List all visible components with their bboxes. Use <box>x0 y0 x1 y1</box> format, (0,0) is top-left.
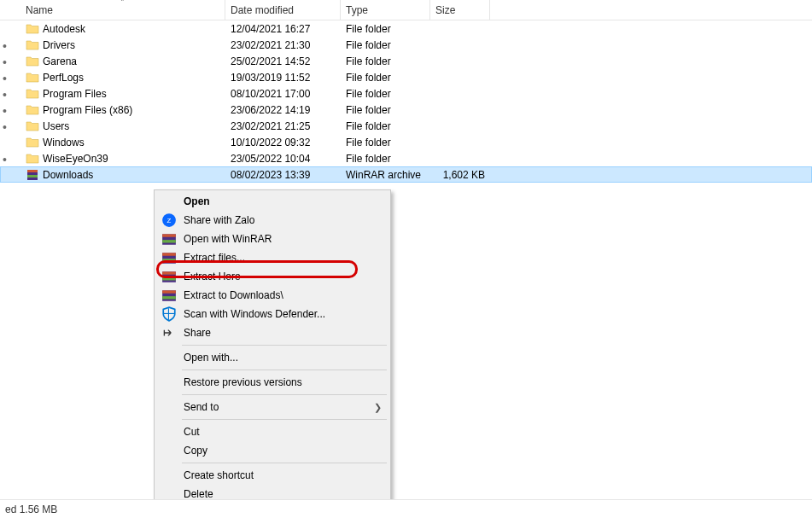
cell-date: 23/05/2022 10:04 <box>225 153 341 165</box>
context-share-zalo-label: Share with Zalo <box>184 214 254 226</box>
cell-type: File folder <box>341 120 430 132</box>
column-header-date[interactable]: Date modified <box>225 0 341 20</box>
context-extract-here[interactable]: Extract Here <box>156 267 388 286</box>
svg-rect-7 <box>162 240 176 242</box>
folder-icon <box>26 71 39 84</box>
file-name-label: Windows <box>43 137 85 148</box>
svg-rect-9 <box>162 253 176 255</box>
winrar-icon <box>161 288 177 303</box>
rar-archive-icon <box>26 168 39 182</box>
context-separator <box>182 419 387 420</box>
file-row[interactable]: •Garena25/02/2021 14:52File folder <box>0 53 812 69</box>
svg-rect-18 <box>163 313 175 314</box>
context-scan-defender[interactable]: Scan with Windows Defender... <box>156 305 388 323</box>
context-open-winrar-label: Open with WinRAR <box>184 233 272 245</box>
context-extract-files-label: Extract files... <box>184 252 245 264</box>
context-separator <box>182 370 387 370</box>
cell-name: Users <box>20 119 225 133</box>
cell-type: File folder <box>341 88 430 100</box>
file-name-label: Drivers <box>43 39 75 51</box>
cell-type: File folder <box>341 104 430 116</box>
folder-icon <box>26 119 39 133</box>
cell-date: 08/10/2021 17:00 <box>225 88 341 100</box>
context-separator <box>182 394 387 395</box>
defender-icon <box>161 306 177 322</box>
context-separator <box>182 345 387 346</box>
svg-text:Z: Z <box>167 217 172 224</box>
context-copy[interactable]: Copy <box>156 441 388 460</box>
cell-name: WiseEyeOn39 <box>20 152 225 166</box>
file-row[interactable]: •Users23/02/2021 21:25File folder <box>0 118 812 134</box>
context-open-with[interactable]: Open with... <box>156 348 388 367</box>
svg-rect-15 <box>162 290 176 293</box>
folder-icon <box>26 152 39 166</box>
context-create-shortcut-label: Create shortcut <box>184 469 254 481</box>
context-send-to[interactable]: Send to ❯ <box>156 398 388 416</box>
file-row[interactable]: •Program Files (x86)23/06/2022 14:19File… <box>0 102 812 118</box>
svg-rect-13 <box>162 277 176 280</box>
context-share-zalo[interactable]: Z Share with Zalo <box>156 211 388 230</box>
pin-icon: • <box>3 39 13 49</box>
context-extract-to[interactable]: Extract to Downloads\ <box>156 286 388 305</box>
file-name-label: Garena <box>43 55 77 67</box>
file-name-label: Program Files <box>43 88 107 100</box>
column-header-size-label: Size <box>435 4 455 16</box>
context-send-to-label: Send to <box>184 401 219 413</box>
folder-icon <box>26 38 39 52</box>
svg-rect-16 <box>162 296 176 299</box>
column-header-row: Name ˄ Date modified Type Size <box>0 0 812 20</box>
file-row[interactable]: •Program Files08/10/2021 17:00File folde… <box>0 85 812 102</box>
context-create-shortcut[interactable]: Create shortcut <box>156 466 388 485</box>
cell-size: 1,602 KB <box>430 169 490 181</box>
file-name-label: Downloads <box>43 169 93 181</box>
column-header-date-label: Date modified <box>231 4 294 16</box>
cell-type: File folder <box>341 72 430 84</box>
context-extract-here-label: Extract Here <box>184 271 241 282</box>
context-restore-prev[interactable]: Restore previous versions <box>156 373 388 392</box>
context-extract-files[interactable]: Extract files... <box>156 248 388 267</box>
column-header-type[interactable]: Type <box>341 0 430 20</box>
cell-name: Program Files (x86) <box>20 103 225 117</box>
pin-icon: • <box>3 88 13 98</box>
pin-icon: • <box>3 72 13 82</box>
column-header-size[interactable]: Size <box>430 0 490 20</box>
file-name-label: WiseEyeOn39 <box>43 153 108 165</box>
cell-type: File folder <box>341 55 430 67</box>
svg-rect-12 <box>162 271 176 274</box>
file-row[interactable]: •WiseEyeOn3923/05/2022 10:04File folder <box>0 150 812 166</box>
file-row[interactable]: Downloads08/02/2023 13:39WinRAR archive1… <box>0 166 812 183</box>
file-name-label: Users <box>43 120 69 132</box>
context-open-with-label: Open with... <box>184 352 238 364</box>
cell-date: 12/04/2021 16:27 <box>225 23 341 35</box>
column-header-name-label: Name <box>26 4 53 16</box>
cell-name: Autodesk <box>20 22 225 36</box>
cell-date: 23/02/2021 21:25 <box>225 120 341 132</box>
zalo-icon: Z <box>161 212 177 228</box>
file-row[interactable]: •PerfLogs19/03/2019 11:52File folder <box>0 69 812 85</box>
file-name-label: Autodesk <box>43 23 85 35</box>
cell-type: File folder <box>341 39 430 51</box>
file-row[interactable]: Windows10/10/2022 09:32File folder <box>0 134 812 150</box>
pin-icon: • <box>3 120 13 131</box>
context-restore-prev-label: Restore previous versions <box>184 376 302 388</box>
cell-name: Windows <box>20 136 225 149</box>
folder-icon <box>26 103 39 117</box>
context-open-winrar[interactable]: Open with WinRAR <box>156 230 388 248</box>
cell-date: 08/02/2023 13:39 <box>225 169 341 181</box>
column-header-name[interactable]: Name ˄ <box>20 0 225 20</box>
context-open-label: Open <box>184 195 210 207</box>
cell-type: WinRAR archive <box>341 169 430 181</box>
context-cut[interactable]: Cut <box>156 422 388 441</box>
folder-icon <box>26 136 39 149</box>
context-cut-label: Cut <box>184 426 200 438</box>
context-share[interactable]: Share <box>156 323 388 342</box>
winrar-icon <box>161 250 177 265</box>
file-row[interactable]: •Drivers23/02/2021 21:30File folder <box>0 37 812 53</box>
context-open[interactable]: Open <box>156 192 388 211</box>
file-row[interactable]: Autodesk12/04/2021 16:27File folder <box>0 20 812 37</box>
cell-name: Program Files <box>20 87 225 101</box>
pin-icon: • <box>3 55 13 66</box>
winrar-icon <box>161 231 177 247</box>
cell-name: Drivers <box>20 38 225 52</box>
context-extract-to-label: Extract to Downloads\ <box>184 289 283 301</box>
